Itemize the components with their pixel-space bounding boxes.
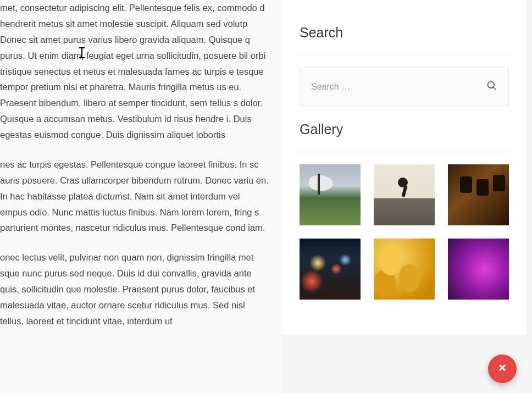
search-input[interactable] bbox=[311, 78, 486, 96]
paragraph-1: met, consectetur adipiscing elit. Pellen… bbox=[0, 0, 269, 143]
gallery-thumb-yellow[interactable] bbox=[374, 239, 435, 300]
gallery-thumb-circuit[interactable] bbox=[448, 164, 509, 225]
svg-point-0 bbox=[488, 82, 495, 88]
gallery-thumb-purple[interactable] bbox=[448, 239, 509, 300]
gallery-thumb-city-night[interactable] bbox=[300, 239, 361, 300]
gallery-heading: Gallery bbox=[300, 121, 509, 137]
svg-line-1 bbox=[494, 87, 496, 90]
gallery-thumb-silhouette[interactable] bbox=[374, 164, 435, 225]
paragraph-2: nes ac turpis egestas. Pellentesque cong… bbox=[0, 157, 269, 236]
sidebar: Search Gallery bbox=[282, 0, 527, 335]
divider bbox=[300, 54, 509, 54]
divider bbox=[300, 151, 509, 151]
gallery-grid bbox=[300, 164, 509, 300]
search-heading: Search bbox=[300, 25, 509, 41]
search-icon[interactable] bbox=[486, 80, 497, 93]
right-panel: Search Gallery bbox=[282, 0, 532, 393]
article-body: met, consectetur adipiscing elit. Pellen… bbox=[0, 0, 286, 343]
close-icon bbox=[498, 364, 506, 374]
gallery-thumb-landscape[interactable] bbox=[300, 164, 361, 225]
close-fab-button[interactable] bbox=[488, 355, 517, 383]
paragraph-3: onec lectus velit, pulvinar non quam non… bbox=[0, 250, 269, 329]
search-box[interactable] bbox=[300, 68, 509, 106]
